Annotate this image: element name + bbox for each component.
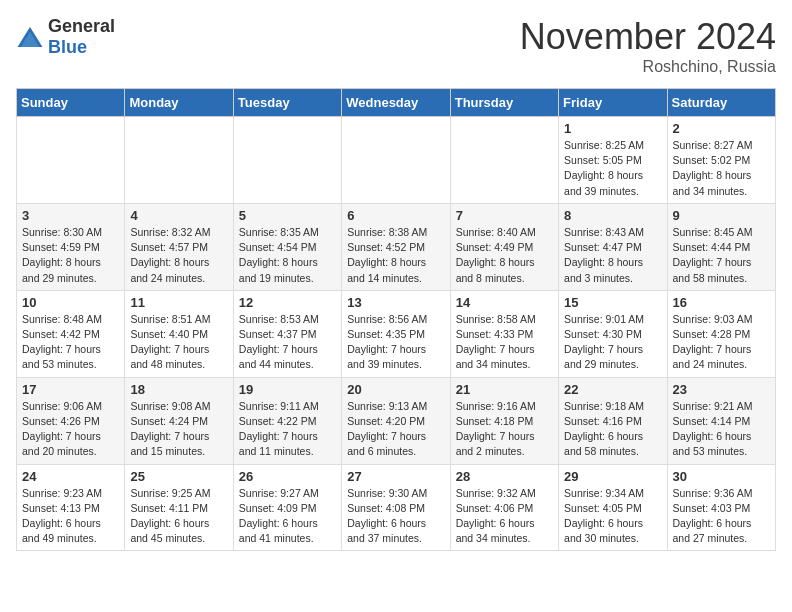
- day-info: Sunrise: 8:48 AM Sunset: 4:42 PM Dayligh…: [22, 312, 119, 373]
- col-saturday: Saturday: [667, 89, 775, 117]
- calendar-cell: 30Sunrise: 9:36 AM Sunset: 4:03 PM Dayli…: [667, 464, 775, 551]
- logo: General Blue: [16, 16, 115, 58]
- logo-icon: [16, 25, 44, 49]
- day-number: 30: [673, 469, 770, 484]
- day-number: 26: [239, 469, 336, 484]
- calendar-cell: 25Sunrise: 9:25 AM Sunset: 4:11 PM Dayli…: [125, 464, 233, 551]
- day-number: 25: [130, 469, 227, 484]
- calendar-body: 1Sunrise: 8:25 AM Sunset: 5:05 PM Daylig…: [17, 117, 776, 551]
- calendar-week-5: 24Sunrise: 9:23 AM Sunset: 4:13 PM Dayli…: [17, 464, 776, 551]
- day-info: Sunrise: 9:27 AM Sunset: 4:09 PM Dayligh…: [239, 486, 336, 547]
- calendar-cell: [342, 117, 450, 204]
- day-number: 27: [347, 469, 444, 484]
- day-number: 8: [564, 208, 661, 223]
- day-info: Sunrise: 8:35 AM Sunset: 4:54 PM Dayligh…: [239, 225, 336, 286]
- day-info: Sunrise: 8:51 AM Sunset: 4:40 PM Dayligh…: [130, 312, 227, 373]
- day-info: Sunrise: 8:25 AM Sunset: 5:05 PM Dayligh…: [564, 138, 661, 199]
- day-info: Sunrise: 8:45 AM Sunset: 4:44 PM Dayligh…: [673, 225, 770, 286]
- calendar-cell: 2Sunrise: 8:27 AM Sunset: 5:02 PM Daylig…: [667, 117, 775, 204]
- calendar-week-1: 1Sunrise: 8:25 AM Sunset: 5:05 PM Daylig…: [17, 117, 776, 204]
- day-info: Sunrise: 8:30 AM Sunset: 4:59 PM Dayligh…: [22, 225, 119, 286]
- calendar-cell: 26Sunrise: 9:27 AM Sunset: 4:09 PM Dayli…: [233, 464, 341, 551]
- day-info: Sunrise: 9:01 AM Sunset: 4:30 PM Dayligh…: [564, 312, 661, 373]
- calendar-cell: 15Sunrise: 9:01 AM Sunset: 4:30 PM Dayli…: [559, 290, 667, 377]
- logo-general: General: [48, 16, 115, 36]
- day-number: 22: [564, 382, 661, 397]
- day-info: Sunrise: 9:16 AM Sunset: 4:18 PM Dayligh…: [456, 399, 553, 460]
- calendar-cell: 9Sunrise: 8:45 AM Sunset: 4:44 PM Daylig…: [667, 203, 775, 290]
- calendar-cell: 12Sunrise: 8:53 AM Sunset: 4:37 PM Dayli…: [233, 290, 341, 377]
- day-number: 29: [564, 469, 661, 484]
- day-number: 10: [22, 295, 119, 310]
- calendar-cell: 1Sunrise: 8:25 AM Sunset: 5:05 PM Daylig…: [559, 117, 667, 204]
- day-info: Sunrise: 9:08 AM Sunset: 4:24 PM Dayligh…: [130, 399, 227, 460]
- day-number: 24: [22, 469, 119, 484]
- page-header: General Blue November 2024 Roshchino, Ru…: [16, 16, 776, 76]
- day-number: 16: [673, 295, 770, 310]
- day-number: 14: [456, 295, 553, 310]
- day-info: Sunrise: 9:25 AM Sunset: 4:11 PM Dayligh…: [130, 486, 227, 547]
- day-info: Sunrise: 8:32 AM Sunset: 4:57 PM Dayligh…: [130, 225, 227, 286]
- day-number: 6: [347, 208, 444, 223]
- calendar-cell: 14Sunrise: 8:58 AM Sunset: 4:33 PM Dayli…: [450, 290, 558, 377]
- day-info: Sunrise: 9:03 AM Sunset: 4:28 PM Dayligh…: [673, 312, 770, 373]
- day-number: 13: [347, 295, 444, 310]
- logo-blue: Blue: [48, 37, 87, 57]
- calendar-cell: 23Sunrise: 9:21 AM Sunset: 4:14 PM Dayli…: [667, 377, 775, 464]
- day-info: Sunrise: 9:32 AM Sunset: 4:06 PM Dayligh…: [456, 486, 553, 547]
- calendar-header: Sunday Monday Tuesday Wednesday Thursday…: [17, 89, 776, 117]
- calendar-cell: 24Sunrise: 9:23 AM Sunset: 4:13 PM Dayli…: [17, 464, 125, 551]
- day-info: Sunrise: 8:27 AM Sunset: 5:02 PM Dayligh…: [673, 138, 770, 199]
- day-info: Sunrise: 9:13 AM Sunset: 4:20 PM Dayligh…: [347, 399, 444, 460]
- calendar-cell: 17Sunrise: 9:06 AM Sunset: 4:26 PM Dayli…: [17, 377, 125, 464]
- calendar-cell: 21Sunrise: 9:16 AM Sunset: 4:18 PM Dayli…: [450, 377, 558, 464]
- calendar-cell: 5Sunrise: 8:35 AM Sunset: 4:54 PM Daylig…: [233, 203, 341, 290]
- day-info: Sunrise: 8:43 AM Sunset: 4:47 PM Dayligh…: [564, 225, 661, 286]
- day-info: Sunrise: 9:34 AM Sunset: 4:05 PM Dayligh…: [564, 486, 661, 547]
- logo-text: General Blue: [48, 16, 115, 58]
- header-row: Sunday Monday Tuesday Wednesday Thursday…: [17, 89, 776, 117]
- day-number: 17: [22, 382, 119, 397]
- day-number: 19: [239, 382, 336, 397]
- calendar-cell: 18Sunrise: 9:08 AM Sunset: 4:24 PM Dayli…: [125, 377, 233, 464]
- calendar-week-3: 10Sunrise: 8:48 AM Sunset: 4:42 PM Dayli…: [17, 290, 776, 377]
- day-info: Sunrise: 9:36 AM Sunset: 4:03 PM Dayligh…: [673, 486, 770, 547]
- day-number: 1: [564, 121, 661, 136]
- calendar-cell: 20Sunrise: 9:13 AM Sunset: 4:20 PM Dayli…: [342, 377, 450, 464]
- day-info: Sunrise: 8:58 AM Sunset: 4:33 PM Dayligh…: [456, 312, 553, 373]
- day-number: 7: [456, 208, 553, 223]
- day-info: Sunrise: 9:11 AM Sunset: 4:22 PM Dayligh…: [239, 399, 336, 460]
- col-wednesday: Wednesday: [342, 89, 450, 117]
- calendar-cell: 13Sunrise: 8:56 AM Sunset: 4:35 PM Dayli…: [342, 290, 450, 377]
- day-number: 2: [673, 121, 770, 136]
- calendar-cell: 7Sunrise: 8:40 AM Sunset: 4:49 PM Daylig…: [450, 203, 558, 290]
- calendar-cell: [17, 117, 125, 204]
- col-tuesday: Tuesday: [233, 89, 341, 117]
- day-number: 9: [673, 208, 770, 223]
- calendar-cell: 16Sunrise: 9:03 AM Sunset: 4:28 PM Dayli…: [667, 290, 775, 377]
- day-info: Sunrise: 8:56 AM Sunset: 4:35 PM Dayligh…: [347, 312, 444, 373]
- calendar-cell: [450, 117, 558, 204]
- month-title: November 2024: [520, 16, 776, 58]
- calendar-cell: 28Sunrise: 9:32 AM Sunset: 4:06 PM Dayli…: [450, 464, 558, 551]
- day-number: 21: [456, 382, 553, 397]
- calendar-cell: 19Sunrise: 9:11 AM Sunset: 4:22 PM Dayli…: [233, 377, 341, 464]
- calendar-cell: 6Sunrise: 8:38 AM Sunset: 4:52 PM Daylig…: [342, 203, 450, 290]
- col-thursday: Thursday: [450, 89, 558, 117]
- day-info: Sunrise: 9:06 AM Sunset: 4:26 PM Dayligh…: [22, 399, 119, 460]
- calendar-cell: 11Sunrise: 8:51 AM Sunset: 4:40 PM Dayli…: [125, 290, 233, 377]
- day-number: 20: [347, 382, 444, 397]
- day-number: 28: [456, 469, 553, 484]
- day-number: 4: [130, 208, 227, 223]
- calendar-table: Sunday Monday Tuesday Wednesday Thursday…: [16, 88, 776, 551]
- calendar-cell: 8Sunrise: 8:43 AM Sunset: 4:47 PM Daylig…: [559, 203, 667, 290]
- day-info: Sunrise: 8:38 AM Sunset: 4:52 PM Dayligh…: [347, 225, 444, 286]
- day-info: Sunrise: 9:23 AM Sunset: 4:13 PM Dayligh…: [22, 486, 119, 547]
- day-number: 23: [673, 382, 770, 397]
- col-friday: Friday: [559, 89, 667, 117]
- day-number: 11: [130, 295, 227, 310]
- title-block: November 2024 Roshchino, Russia: [520, 16, 776, 76]
- day-info: Sunrise: 8:40 AM Sunset: 4:49 PM Dayligh…: [456, 225, 553, 286]
- day-number: 12: [239, 295, 336, 310]
- calendar-cell: 10Sunrise: 8:48 AM Sunset: 4:42 PM Dayli…: [17, 290, 125, 377]
